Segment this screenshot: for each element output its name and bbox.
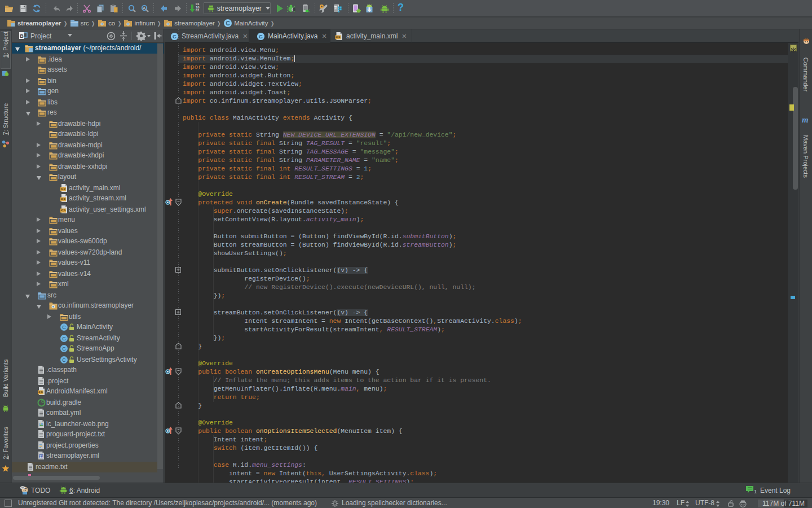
svg-text:C: C bbox=[62, 336, 66, 341]
svg-text:C: C bbox=[173, 33, 176, 39]
svg-text:C: C bbox=[259, 33, 263, 39]
svg-text:C: C bbox=[62, 346, 66, 352]
svg-text:<>: <> bbox=[60, 208, 66, 213]
svg-text:C: C bbox=[62, 357, 66, 363]
svg-text:<>: <> bbox=[38, 390, 43, 395]
svg-text:<>: <> bbox=[60, 197, 66, 202]
svg-text:A: A bbox=[143, 6, 146, 11]
svg-text:B: B bbox=[20, 33, 24, 39]
svg-text:C: C bbox=[226, 20, 230, 27]
svg-text:C: C bbox=[62, 325, 66, 330]
svg-text:<>: <> bbox=[60, 187, 66, 191]
svg-text:11: 11 bbox=[39, 454, 43, 458]
svg-text:<>: <> bbox=[336, 35, 341, 40]
